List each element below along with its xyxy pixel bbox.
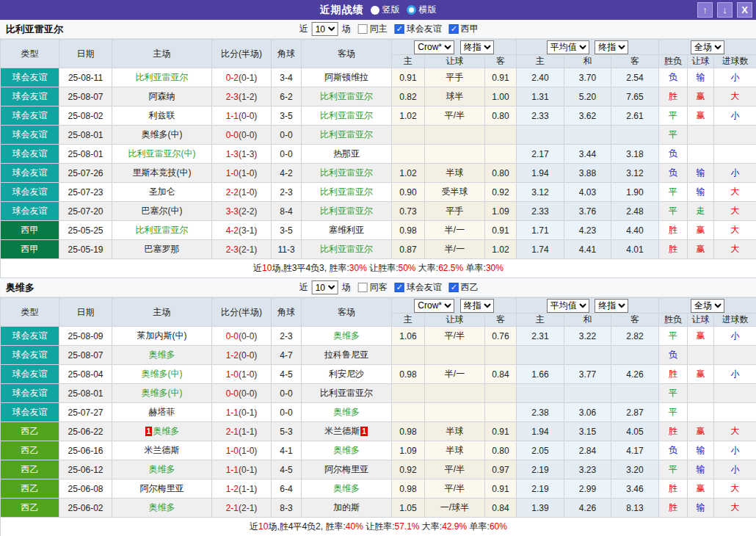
handicap-line (425, 384, 485, 403)
match-date: 25-08-04 (59, 365, 112, 384)
final-index-select-2[interactable]: 终指 (595, 299, 628, 313)
match-date: 25-06-02 (59, 499, 112, 518)
league-type-badge: 西乙 (1, 479, 59, 499)
match-row: 西乙25-06-12奥维多1-1(0-1)4-5阿尔梅里亚0.92平/半0.97… (1, 460, 756, 479)
summary-segment: 近 (253, 263, 262, 273)
radio-icon[interactable] (407, 5, 416, 15)
layout-horizontal-option[interactable]: 横版 (407, 4, 437, 16)
team-name-text: 奥维多(中) (142, 129, 183, 140)
bookmaker-select[interactable]: Crow* (414, 299, 454, 313)
handicap-away-odds: 1.09 (485, 202, 517, 221)
summary-segment: 10 (262, 263, 272, 273)
handicap-away-odds: 0.97 (485, 460, 517, 479)
move-down-button[interactable]: ↓ (717, 2, 733, 18)
league-type-badge: 球会友谊 (1, 126, 59, 145)
handicap-away-odds: 0.76 (485, 327, 517, 346)
fulltime-score: 1-1 (226, 465, 239, 475)
avg-away-odds: 2.82 (611, 327, 659, 346)
close-button[interactable]: X (737, 2, 752, 18)
score-cell: 3-3(2-2) (212, 202, 272, 221)
avg-away-odds: 2.87 (611, 403, 659, 422)
away-team-cell: 比利亚雷亚尔 (302, 87, 392, 106)
handicap-result-cell: 赢 (688, 479, 714, 499)
goals-result-cell (714, 346, 756, 365)
same-venue-checkbox[interactable] (358, 283, 368, 292)
corner-score: 0-0 (272, 126, 302, 145)
average-select[interactable]: 平均值 (547, 299, 589, 313)
avg-home-odds: 1.94 (517, 422, 564, 441)
away-team-cell: 塞维利亚 (302, 221, 392, 240)
subcol-avg-home: 主 (517, 55, 564, 68)
goals-result-cell: 小 (714, 68, 756, 87)
result-cell: 胜 (659, 479, 688, 499)
move-up-button[interactable]: ↑ (697, 2, 713, 18)
red-rank-badge: 1 (360, 427, 368, 436)
away-team-cell: 阿斯顿维拉 (302, 68, 392, 87)
final-index-select[interactable]: 终指 (460, 299, 494, 313)
match-count-select[interactable]: 10 (312, 22, 338, 36)
scope-select[interactable]: 全场 (691, 40, 724, 54)
avg-draw-odds: 3.15 (564, 422, 611, 441)
col-score: 比分(半场) (212, 298, 272, 327)
league-checkbox[interactable] (449, 283, 459, 292)
team-name-text: 巴塞罗那 (145, 244, 180, 254)
match-date: 25-06-22 (59, 422, 112, 441)
home-team-cell: 利兹联 (112, 106, 212, 126)
matches-body: 球会友谊25-08-11比利亚雷亚尔0-2(0-1)3-4阿斯顿维拉0.91平手… (1, 68, 756, 259)
corner-score: 4-1 (272, 441, 302, 460)
subcol-let-result: 让球 (688, 314, 714, 327)
match-count-select[interactable]: 10 (312, 280, 338, 294)
layout-vertical-option[interactable]: 竖版 (371, 4, 400, 16)
match-row: 球会友谊25-08-01奥维多(中)0-0(0-0)0-0比利亚雷亚尔平 (1, 384, 756, 403)
bookmaker-select[interactable]: Crow* (414, 40, 454, 54)
goals-result-cell: 小 (714, 441, 756, 460)
friendly-checkbox[interactable] (395, 283, 404, 292)
average-select[interactable]: 平均值 (547, 40, 589, 54)
same-venue-checkbox[interactable] (358, 24, 368, 34)
team-name-text: 拉科鲁尼亚 (324, 350, 368, 360)
handicap-away-odds (485, 403, 517, 422)
match-row: 球会友谊25-08-07奥维多1-2(0-0)4-7拉科鲁尼亚负 (1, 346, 756, 365)
handicap-line (425, 145, 485, 164)
team-section: 比利亚雷亚尔 近 10 场 同主 球会友谊 西甲 类型 日期 主场 比分(半场)… (0, 20, 756, 278)
friendly-label: 球会友谊 (407, 281, 442, 294)
friendly-checkbox[interactable] (395, 24, 404, 34)
handicap-home-odds: 1.02 (392, 106, 425, 126)
score-cell: 2-1(2-1) (212, 499, 272, 518)
handicap-result-cell: 赢 (688, 327, 714, 346)
score-cell: 1-0(1-0) (212, 164, 272, 183)
subcol-result: 胜负 (659, 314, 688, 327)
halftime-score: (2-1) (239, 245, 257, 255)
radio-icon[interactable] (371, 6, 379, 15)
final-index-select-2[interactable]: 终指 (595, 40, 628, 54)
league-checkbox[interactable] (449, 24, 459, 34)
handicap-away-odds: 0.91 (485, 68, 517, 87)
subcol-handicap: 让球 (425, 314, 485, 327)
scope-dropdown-cell: 全场 (659, 298, 756, 314)
same-venue-label: 同主 (370, 23, 388, 35)
matches-table: 类型 日期 主场 比分(半场) 角球 客场 Crow* 终指 平均值 终指 全场 (0, 39, 756, 278)
handicap-result-cell (688, 346, 714, 365)
handicap-line: 半球 (425, 164, 485, 183)
halftime-score: (1-1) (239, 484, 257, 494)
handicap-line: 半球 (425, 422, 485, 441)
score-cell: 2-1(1-1) (212, 422, 272, 441)
goals-result-cell: 大 (714, 240, 756, 259)
avg-home-odds: 1.94 (517, 164, 564, 183)
final-index-select[interactable]: 终指 (460, 40, 494, 54)
avg-home-odds (517, 346, 564, 365)
scope-select[interactable]: 全场 (691, 299, 724, 313)
avg-home-odds: 2.33 (517, 202, 564, 221)
match-date: 25-08-01 (59, 126, 112, 145)
handicap-result-cell: 输 (688, 460, 714, 479)
col-score: 比分(半场) (212, 40, 272, 68)
avg-draw-odds: 3.88 (564, 164, 611, 183)
page-title: 近期战绩 (320, 4, 364, 17)
avg-home-odds: 2.17 (517, 145, 564, 164)
subcol-handicap-away: 客 (485, 314, 517, 327)
handicap-result-cell: 赢 (688, 87, 714, 106)
avg-home-odds: 2.19 (517, 479, 564, 499)
col-type: 类型 (1, 298, 59, 327)
team-name-text: 赫塔菲 (149, 407, 175, 417)
avg-away-odds: 4.17 (611, 441, 659, 460)
